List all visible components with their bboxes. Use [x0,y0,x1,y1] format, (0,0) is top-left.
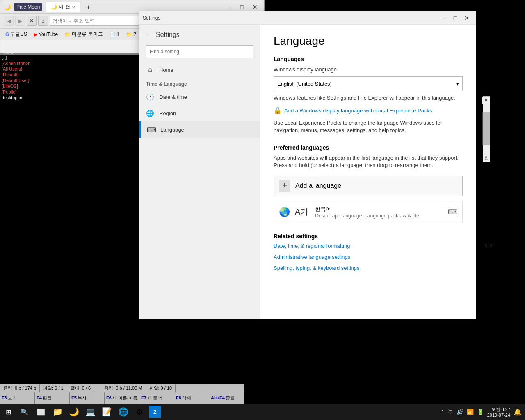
tab-close-icon[interactable]: ✕ [72,5,75,9]
bookmark-youtube[interactable]: ▶ YouTube [32,31,59,38]
folder-gana-icon: 📁 [126,32,132,37]
bookmark-google-label: 구글US [10,31,27,38]
fn-f6[interactable]: F6 새 이름/이동 [105,392,139,404]
clock-icon: 🕐 [146,93,154,101]
start-button[interactable]: ⊞ [0,404,16,420]
settings-search-input[interactable] [146,45,253,58]
settings-body: ← Settings ⌂ Home Time & Language 🕐 Date… [139,25,476,319]
volume-icon: 📶 [467,409,474,415]
settings-sidebar: ← Settings ⌂ Home Time & Language 🕐 Date… [139,25,260,319]
languages-title: Languages [274,56,463,62]
add-lang-label: Add a language [295,182,341,189]
forward-button[interactable]: ▶ [15,16,25,26]
page-title: Language [274,34,463,48]
taskbar: ⊞ 🔍 ⬜ 📁 🌙 💻 📝 🌐 ⚙ 2 ⌃ 🛡 🔊 📶 🔋 오전 8:27 20… [0,404,525,420]
youtube-icon: ▶ [34,32,37,37]
status-folder: 폴더: 0 / 6 [67,384,95,392]
taskbar-clock[interactable]: 오전 8:27 2019-07-24 [487,406,510,418]
spelling-keyboard-link[interactable]: Spelling, typing, & keyboard settings [274,265,463,271]
fn-f3[interactable]: F3 보기 [0,392,35,404]
antivirus-icon: 🛡 [447,409,453,415]
network-icon: 🔊 [457,409,463,415]
settings-window-title: Settings [143,15,160,21]
notification-icon[interactable]: 🔔 [514,408,522,416]
admin-language-link[interactable]: Administrative language settings [274,254,463,260]
nav-item-region[interactable]: 🌐 Region [139,105,260,121]
browser-close-button[interactable]: ✕ [249,1,261,13]
task-view-button[interactable]: ⬜ [33,404,49,420]
nav-section-time-language: Time & Language [139,78,260,89]
regional-formatting-link[interactable]: Date, time, & regional formatting [274,243,463,249]
tab-favicon: 🌙 [51,4,57,10]
display-lang-label: Windows display language [274,66,463,73]
browser-name: Pale Moon [14,3,42,11]
word-taskbar[interactable]: 📝 [98,404,115,420]
fn-f5[interactable]: F5 복사 [70,392,105,404]
nav-item-home[interactable]: ⌂ Home [139,62,260,78]
settings-taskbar[interactable]: ⚙ [131,404,148,420]
fn-f4[interactable]: F4 편집 [35,392,70,404]
new-tab-button[interactable]: + [84,2,94,12]
status-file-right: 파일: 0 / 10 [146,384,176,392]
fn-altf4[interactable]: Alt+F4 종료 [209,392,244,404]
browser-tab-new[interactable]: 🌙 새 탭 ✕ [46,2,80,12]
home-button[interactable]: ⌂ [38,16,48,26]
tab-label: 새 탭 [59,4,70,11]
status-file-left: 파일: 0 / 1 [40,384,67,392]
nav-language-label: Language [160,127,184,133]
nav-item-language[interactable]: ⌨ Language [139,121,260,138]
bookmark-1-label: 1 [117,32,120,37]
browser2-taskbar[interactable]: 🌐 [115,404,131,420]
chevron-down-icon: ▾ [456,81,459,87]
file-explorer-taskbar[interactable]: 📁 [49,404,66,420]
keyboard-icon[interactable]: ⌨ [448,208,457,216]
nav-item-datetime[interactable]: 🕐 Date & time [139,89,260,105]
home-icon: ⌂ [146,66,154,74]
bookmark-1[interactable]: 📄 1 [108,31,121,38]
feature-desc: Windows features like Settings and File … [274,94,463,102]
preferred-desc: Apps and websites will appear in the fir… [274,154,463,169]
nav-region-label: Region [159,110,176,116]
status-volume-right: 용량: 0 b / 11.05 M [101,384,146,392]
preferred-title: Preferred languages [274,144,463,151]
scrollbar-thumb[interactable] [482,112,490,145]
local-exp-desc: Use Local Experience Packs to change the… [274,119,463,134]
taskbar-right: ⌃ 🛡 🔊 📶 🔋 오전 8:27 2019-07-24 🔔 [437,406,525,418]
reload-button[interactable]: ✕ [27,16,37,26]
panel-close-button[interactable]: ✕ [482,97,490,104]
settings-minimize[interactable]: ─ [438,12,450,24]
settings-maximize[interactable]: □ [450,12,461,24]
fn-f7[interactable]: F7 새 폴더 [139,392,174,404]
search-button-taskbar[interactable]: 🔍 [16,404,33,420]
settings-window: Settings ─ □ ✕ ← Settings ⌂ Home Time & … [139,11,476,319]
nav-home-label: Home [159,67,173,73]
number-badge[interactable]: 2 [149,406,161,418]
browser-taskbar[interactable]: 🌙 [66,404,82,420]
taskbar-arrow[interactable]: ⌃ [441,409,444,415]
settings-close[interactable]: ✕ [461,12,472,24]
bookmark-google[interactable]: G 구글US [4,30,29,38]
tc-taskbar[interactable]: 💻 [82,404,98,420]
add-language-button[interactable]: + Add a language [274,176,463,196]
globe-icon: 🌐 [146,109,154,117]
bookmark-1-icon: 📄 [110,32,116,37]
minimize-button[interactable]: ─ [223,1,235,13]
korean-text-icon: A가 [295,206,308,217]
settings-search-container [146,45,253,58]
bookmark-folder[interactable]: 📁 미분류 북마크 [63,30,104,38]
display-language-value: English (United States) [277,81,332,87]
maximize-button[interactable]: □ [236,1,248,13]
korean-lang-desc: Default app language. Language pack avai… [315,213,443,219]
plus-icon: + [279,180,290,192]
nav-datetime-label: Date & time [159,94,187,100]
settings-content: Language Languages Windows display langu… [260,25,476,319]
fn-f8[interactable]: F8 삭제 [174,392,209,404]
display-language-dropdown[interactable]: English (United States) ▾ [274,76,463,91]
panel-bottom-text: 이이 [484,242,494,249]
settings-back-button[interactable]: ← Settings [139,28,260,42]
add-display-language-link[interactable]: 🔒 Add a Windows display language with Lo… [274,107,463,114]
battery-icon: 🔋 [477,409,484,415]
right-panel-indicator: ✕ 핀 [483,96,490,162]
korean-lang-icon: 🌏 [279,207,290,217]
back-button[interactable]: ◀ [4,16,14,26]
